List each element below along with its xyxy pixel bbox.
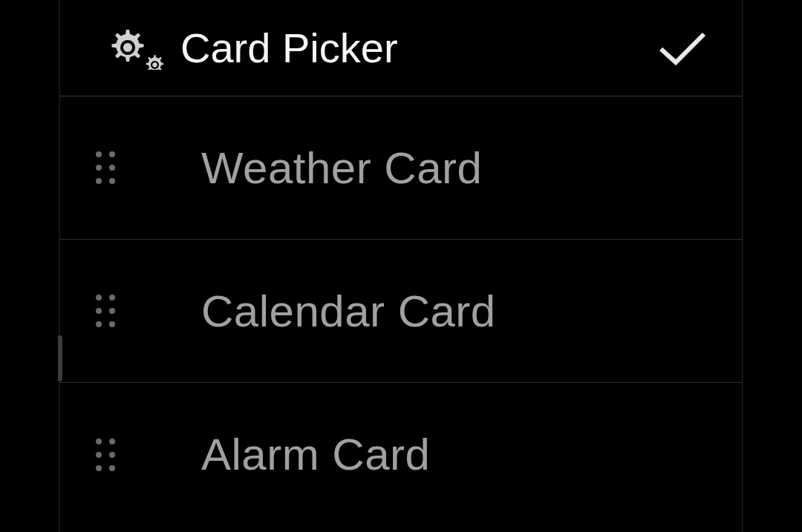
- header-title-group: Card Picker: [105, 24, 653, 72]
- scrollbar[interactable]: [58, 335, 62, 381]
- drag-handle[interactable]: [90, 151, 164, 184]
- checkmark-icon: [656, 30, 708, 67]
- header-bar: Card Picker: [60, 0, 742, 96]
- page-title: Card Picker: [180, 24, 398, 72]
- list-item[interactable]: Weather Card: [60, 96, 742, 240]
- drag-handle[interactable]: [90, 439, 164, 471]
- drag-dots-icon: [96, 295, 115, 327]
- card-picker-panel: Card Picker Weather Card: [59, 0, 743, 532]
- list-item-label: Weather Card: [164, 142, 712, 194]
- list-item[interactable]: Calendar Card: [60, 240, 742, 383]
- drag-dots-icon: [96, 439, 115, 471]
- drag-dots-icon: [96, 151, 115, 184]
- confirm-button[interactable]: [653, 26, 712, 70]
- list-item[interactable]: Alarm Card: [60, 383, 742, 526]
- list-item-label: Alarm Card: [164, 429, 712, 480]
- settings-gear-icon: [105, 26, 164, 70]
- list-item-label: Calendar Card: [164, 286, 712, 337]
- card-list: Weather Card Calendar Card Alarm Car: [60, 96, 742, 526]
- drag-handle[interactable]: [90, 295, 164, 327]
